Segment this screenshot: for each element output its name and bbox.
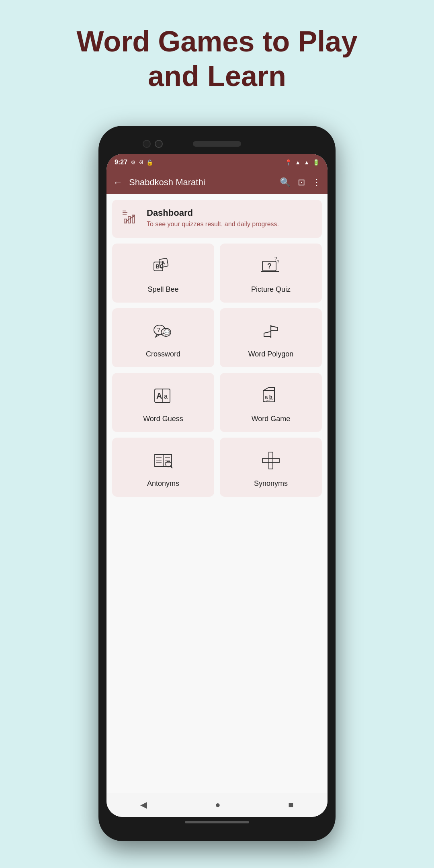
dashboard-icon [121, 208, 139, 230]
phone-frame: 9:27 ⚙ अ 🔒 📍 ▲ ▲ 🔋 ← Shabdkosh Marathi 🔍… [98, 126, 336, 841]
spell-bee-label: Spell Bee [147, 285, 178, 294]
app-toolbar: ← Shabdkosh Marathi 🔍 ⊡ ⋮ [106, 171, 328, 194]
word-guess-label: Word Guess [143, 415, 183, 423]
status-left: 9:27 ⚙ अ 🔒 [115, 159, 153, 166]
back-button[interactable]: ← [113, 177, 123, 188]
toolbar-title: Shabdkosh Marathi [129, 177, 273, 188]
svg-text:A: A [156, 391, 162, 400]
dashboard-title: Dashboard [147, 208, 279, 218]
nav-back-button[interactable]: ◀ [140, 800, 147, 810]
svg-rect-36 [262, 459, 279, 463]
game-card-synonyms[interactable]: Synonyms [220, 438, 322, 497]
scan-icon[interactable]: ⊡ [298, 177, 305, 188]
more-icon[interactable]: ⋮ [312, 177, 321, 188]
svg-text:?: ? [277, 260, 279, 264]
status-right: 📍 ▲ ▲ 🔋 [285, 159, 319, 166]
svg-rect-3 [124, 219, 127, 223]
phone-notch [106, 134, 328, 154]
game-card-word-polygon[interactable]: Word Polygon [220, 308, 322, 367]
dashboard-subtitle: To see your quizzes result, and daily pr… [147, 220, 279, 229]
lang-status-icon: अ [139, 159, 143, 166]
game-card-word-game[interactable]: a b Word Game [220, 373, 322, 432]
game-card-spell-bee[interactable]: BC A Spell Bee [112, 244, 214, 303]
status-bar: 9:27 ⚙ अ 🔒 📍 ▲ ▲ 🔋 [106, 154, 328, 171]
nav-recents-button[interactable]: ■ [288, 800, 293, 810]
picture-quiz-label: Picture Quiz [251, 285, 291, 294]
nav-bar: ◀ ● ■ [106, 793, 328, 817]
crossword-label: Crossword [146, 350, 180, 358]
status-time: 9:27 [115, 159, 127, 166]
spell-bee-icon: BC A [151, 255, 175, 280]
phone-camera-1 [143, 140, 151, 148]
games-grid: BC A Spell Bee [112, 244, 322, 497]
toolbar-actions: 🔍 ⊡ ⋮ [280, 177, 321, 188]
game-card-word-guess[interactable]: A a Word Guess [112, 373, 214, 432]
game-card-antonyms[interactable]: Antonyms [112, 438, 214, 497]
synonyms-label: Synonyms [254, 479, 288, 488]
dashboard-text: Dashboard To see your quizzes result, an… [147, 208, 279, 229]
phone-screen: 9:27 ⚙ अ 🔒 📍 ▲ ▲ 🔋 ← Shabdkosh Marathi 🔍… [106, 154, 328, 817]
screen-content: Dashboard To see your quizzes result, an… [106, 194, 328, 793]
word-game-label: Word Game [252, 415, 291, 423]
word-guess-icon: A a [151, 384, 175, 409]
word-polygon-label: Word Polygon [248, 350, 294, 358]
svg-text:?: ? [157, 327, 160, 333]
page-title: Word Games to Playand Learn [53, 24, 382, 94]
antonyms-icon [151, 449, 175, 474]
word-polygon-icon [259, 319, 283, 344]
svg-text:a: a [164, 393, 168, 400]
crossword-icon: ? 💬 [151, 319, 175, 344]
svg-text:💬: 💬 [164, 329, 170, 336]
phone-speaker [193, 141, 241, 147]
game-card-picture-quiz[interactable]: ? ? ? Picture Quiz [220, 244, 322, 303]
svg-text:A: A [161, 259, 166, 266]
svg-point-33 [166, 461, 171, 467]
settings-status-icon: ⚙ [131, 159, 136, 166]
lock-status-icon: 🔒 [146, 159, 153, 166]
synonyms-icon [259, 449, 283, 474]
search-icon[interactable]: 🔍 [280, 177, 291, 188]
location-icon: 📍 [285, 159, 292, 166]
signal-icon: ▲ [304, 159, 309, 166]
phone-home-bar [185, 821, 249, 823]
wifi-icon: ▲ [295, 159, 301, 166]
picture-quiz-icon: ? ? ? [259, 255, 283, 280]
antonyms-label: Antonyms [147, 479, 179, 488]
dashboard-card[interactable]: Dashboard To see your quizzes result, an… [112, 200, 322, 238]
word-game-icon: a b [259, 384, 283, 409]
battery-icon: 🔋 [313, 159, 319, 166]
phone-camera-2 [155, 140, 163, 148]
svg-text:?: ? [267, 262, 272, 270]
svg-rect-35 [269, 452, 273, 469]
game-card-crossword[interactable]: ? 💬 Crossword [112, 308, 214, 367]
svg-text:a b: a b [265, 394, 272, 400]
nav-home-button[interactable]: ● [215, 800, 220, 810]
